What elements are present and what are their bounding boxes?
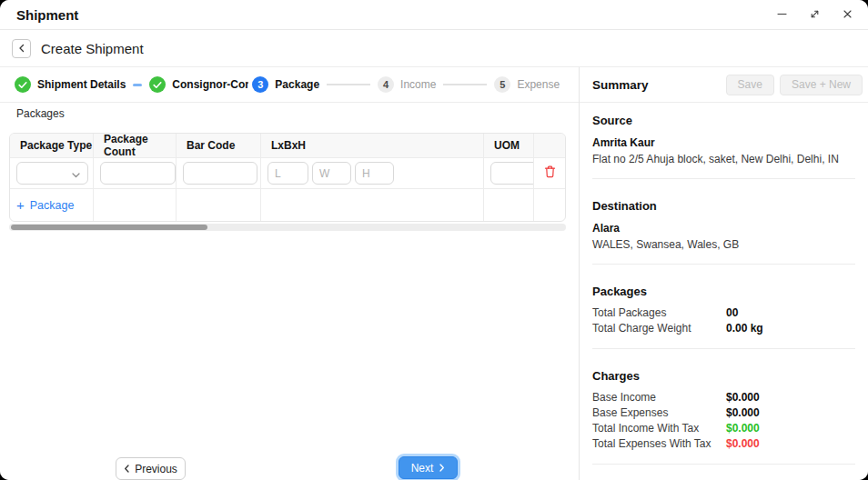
save-button[interactable]: Save (726, 75, 774, 95)
summary-row-value: $0.000 (726, 406, 760, 419)
summary-row-base-expenses: Base Expenses $0.000 (592, 405, 855, 421)
summary-row-base-income: Base Income $0.000 (592, 390, 855, 405)
column-header-actions (534, 134, 566, 157)
column-header-package-type: Package Type (10, 134, 94, 157)
step-package[interactable]: 3 Package (252, 76, 319, 93)
save-actions: Save Save + New (726, 75, 863, 95)
title-bar: Shipment (0, 0, 868, 30)
source-name: Amrita Kaur (592, 136, 855, 149)
table-row (10, 158, 565, 189)
wizard-stepper: Shipment Details Consignor-Consigne 3 Pa… (0, 67, 579, 103)
packages-table: Package Type Package Count Bar Code LxBx… (9, 133, 566, 222)
summary-row-value: $0.000 (726, 391, 760, 404)
uom-input[interactable] (490, 162, 534, 185)
summary-row-label: Base Income (592, 391, 726, 404)
chevron-right-icon (439, 462, 445, 475)
back-button[interactable] (12, 39, 31, 58)
summary-row-value: $0.000 (726, 437, 760, 450)
summary-row-label: Total Income With Tax (592, 422, 726, 435)
horizontal-scrollbar-thumb[interactable] (11, 225, 207, 230)
summary-row-value: 0.00 kg (726, 322, 763, 335)
table-add-row: + Package (10, 189, 565, 221)
section-heading: Packages (592, 285, 855, 298)
minimize-button[interactable] (770, 5, 793, 25)
step-number-badge: 5 (494, 76, 510, 93)
main-panel: Shipment Details Consignor-Consigne 3 Pa… (0, 67, 579, 480)
step-number-badge: 4 (378, 76, 394, 93)
summary-row-total-charge-weight: Total Charge Weight 0.00 kg (592, 321, 855, 336)
previous-button[interactable]: Previous (116, 457, 186, 480)
page-title: Create Shipment (41, 41, 144, 56)
column-header-lxbxh: LxBxH (261, 134, 484, 157)
height-input[interactable] (355, 162, 394, 185)
trash-icon (544, 165, 556, 181)
back-chevron-icon (18, 42, 25, 55)
stepper-connector (443, 84, 487, 85)
summary-row-label: Total Charge Weight (592, 322, 726, 335)
summary-section-destination: Destination Alara WALES, Swansea, Wales,… (592, 199, 855, 265)
plus-icon: + (16, 198, 25, 212)
check-icon (149, 76, 166, 93)
next-button[interactable]: Next (399, 456, 458, 479)
summary-row-total-expenses-with-tax: Total Expenses With Tax $0.000 (592, 436, 855, 452)
section-divider (592, 264, 855, 265)
summary-row-value: $0.000 (726, 422, 760, 435)
add-package-button[interactable]: + Package (16, 198, 74, 212)
app-title: Shipment (16, 7, 78, 23)
section-heading: Destination (592, 199, 855, 213)
summary-row-total-income-with-tax: Total Income With Tax $0.000 (592, 421, 855, 436)
horizontal-scrollbar-track[interactable] (9, 224, 566, 231)
summary-row-total-packages: Total Packages 00 (592, 305, 855, 321)
delete-row-button[interactable] (544, 165, 556, 181)
summary-section-packages: Packages Total Packages 00 Total Charge … (592, 285, 855, 349)
add-package-label: Package (30, 199, 75, 212)
minimize-icon (777, 8, 787, 22)
check-icon (15, 76, 31, 93)
maximize-button[interactable] (802, 5, 826, 25)
summary-row-label: Total Expenses With Tax (592, 437, 726, 450)
window-controls (770, 5, 859, 25)
summary-panel: Summary Save Save + New Source Amrita Ka… (579, 67, 868, 480)
save-new-button[interactable]: Save + New (780, 75, 863, 95)
section-divider (592, 178, 855, 179)
close-icon (843, 8, 853, 22)
section-heading: Charges (592, 369, 855, 383)
section-divider (592, 464, 855, 465)
column-header-bar-code: Bar Code (177, 134, 261, 157)
step-label: Expense (517, 78, 560, 91)
summary-title: Summary (592, 78, 649, 92)
summary-header: Summary Save Save + New (580, 67, 868, 103)
app-window: Shipment (0, 0, 868, 480)
width-input[interactable] (312, 162, 351, 185)
close-button[interactable] (835, 5, 859, 25)
destination-address: WALES, Swansea, Wales, GB (592, 239, 855, 252)
step-label: Shipment Details (37, 78, 126, 91)
column-header-uom: UOM (484, 134, 534, 157)
maximize-icon (810, 8, 820, 22)
summary-row-label: Base Expenses (592, 406, 726, 419)
step-label: Income (400, 78, 436, 91)
step-consignor-consignee[interactable]: Consignor-Consigne (149, 76, 248, 93)
summary-body: Source Amrita Kaur Flat no 2/5 Ahuja blo… (580, 103, 868, 465)
column-header-package-count: Package Count (94, 134, 177, 157)
previous-label: Previous (135, 463, 177, 475)
step-expense[interactable]: 5 Expense (494, 76, 560, 93)
package-count-input[interactable] (100, 162, 176, 185)
next-label: Next (411, 462, 434, 475)
stepper-connector-done (133, 84, 142, 86)
bar-code-input[interactable] (183, 162, 257, 185)
chevron-left-icon (124, 463, 130, 475)
stepper-connector (327, 84, 370, 85)
summary-row-label: Total Packages (592, 306, 726, 319)
length-input[interactable] (267, 162, 308, 185)
chevron-down-icon (72, 165, 80, 182)
table-header-row: Package Type Package Count Bar Code LxBx… (10, 134, 565, 158)
package-type-select[interactable] (16, 162, 88, 185)
source-address: Flat no 2/5 Ahuja block, saket, New Delh… (592, 154, 855, 166)
destination-name: Alara (592, 222, 855, 235)
section-heading: Source (592, 114, 855, 127)
step-number-badge: 3 (252, 76, 268, 93)
section-divider (592, 348, 855, 349)
step-income[interactable]: 4 Income (378, 76, 436, 93)
step-shipment-details[interactable]: Shipment Details (15, 76, 126, 93)
